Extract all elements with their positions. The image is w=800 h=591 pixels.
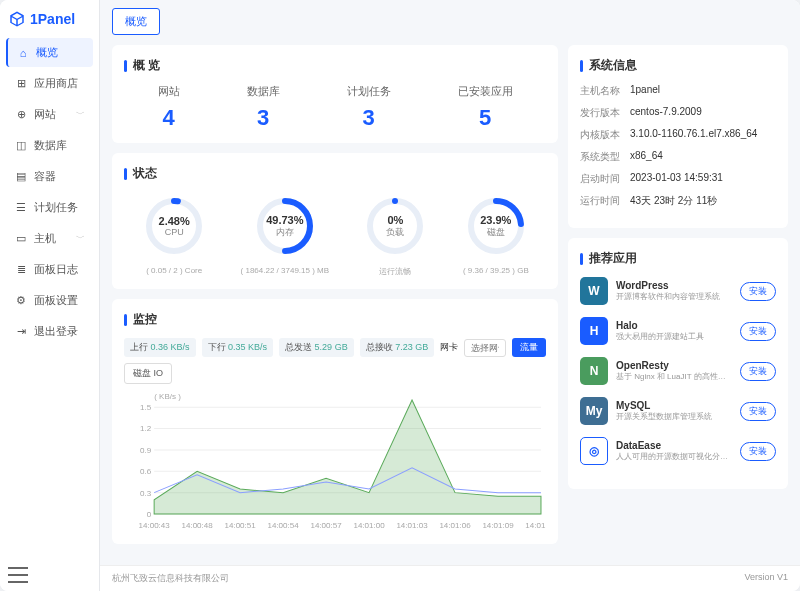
sidebar-footer xyxy=(0,559,99,591)
app-row: H Halo 强大易用的开源建站工具 安装 xyxy=(580,317,776,345)
app-row: ◎ DataEase 人人可用的开源数据可视化分析工具 安装 xyxy=(580,437,776,465)
monitor-card: 监控 上行 0.36 KB/s 下行 0.35 KB/s 总发送 5.29 GB… xyxy=(112,299,558,544)
gauge: 0% 负载 运行流畅 xyxy=(361,192,429,277)
gauge-label: 负载 xyxy=(386,226,404,239)
recommend-title: 推荐应用 xyxy=(580,250,776,267)
logout-icon: ⇥ xyxy=(14,325,28,339)
monitor-chip: 上行 0.36 KB/s xyxy=(124,338,196,357)
info-key: 运行时间 xyxy=(580,194,630,208)
logo-icon xyxy=(8,10,26,28)
info-value: centos-7.9.2009 xyxy=(630,106,702,120)
nav-overview[interactable]: ⌂概览 xyxy=(6,38,93,67)
main: 概览 概 览 网站 4 数据库 3 计划任务 3 已安装应用 5 状态 xyxy=(100,0,800,591)
nav-logout[interactable]: ⇥退出登录 xyxy=(6,317,93,346)
stat-label: 已安装应用 xyxy=(458,84,513,99)
svg-text:14:01:00: 14:01:00 xyxy=(353,521,385,530)
database-icon: ◫ xyxy=(14,139,28,153)
install-button[interactable]: 安装 xyxy=(740,442,776,461)
monitor-chip: 总发送 5.29 GB xyxy=(279,338,354,357)
app-name: OpenResty xyxy=(616,360,732,371)
app-icon: ◎ xyxy=(580,437,608,465)
apps-icon: ⊞ xyxy=(14,77,28,91)
gauge-percent: 2.48% xyxy=(159,215,190,227)
stat-item[interactable]: 计划任务 3 xyxy=(347,84,391,131)
install-button[interactable]: 安装 xyxy=(740,362,776,381)
stat-item[interactable]: 已安装应用 5 xyxy=(458,84,513,131)
app-desc: 人人可用的开源数据可视化分析工具 xyxy=(616,451,732,462)
nav-database[interactable]: ◫数据库 xyxy=(6,131,93,160)
globe-icon: ⊕ xyxy=(14,108,28,122)
app-name: MySQL xyxy=(616,400,732,411)
svg-text:( KB/s ): ( KB/s ) xyxy=(154,392,181,401)
svg-text:1.5: 1.5 xyxy=(140,403,152,412)
info-key: 主机名称 xyxy=(580,84,630,98)
nav-cron[interactable]: ☰计划任务 xyxy=(6,193,93,222)
stat-label: 计划任务 xyxy=(347,84,391,99)
info-row: 启动时间 2023-01-03 14:59:31 xyxy=(580,172,776,186)
overview-card: 概 览 网站 4 数据库 3 计划任务 3 已安装应用 5 xyxy=(112,45,558,143)
nav-website[interactable]: ⊕网站﹀ xyxy=(6,100,93,129)
info-row: 主机名称 1panel xyxy=(580,84,776,98)
svg-text:0: 0 xyxy=(147,510,152,519)
app-row: My MySQL 开源关系型数据库管理系统 安装 xyxy=(580,397,776,425)
overview-title: 概 览 xyxy=(124,57,546,74)
log-icon: ≣ xyxy=(14,263,28,277)
svg-text:0.6: 0.6 xyxy=(140,467,152,476)
nav-container[interactable]: ▤容器 xyxy=(6,162,93,191)
stat-label: 数据库 xyxy=(247,84,280,99)
app-desc: 开源博客软件和内容管理系统 xyxy=(616,291,732,302)
nav-settings[interactable]: ⚙面板设置 xyxy=(6,286,93,315)
gauge-label: 内存 xyxy=(276,226,294,239)
svg-text:14:01:03: 14:01:03 xyxy=(396,521,428,530)
install-button[interactable]: 安装 xyxy=(740,402,776,421)
stat-item[interactable]: 网站 4 xyxy=(158,84,180,131)
install-button[interactable]: 安装 xyxy=(740,322,776,341)
app-name: WordPress xyxy=(616,280,732,291)
gauge-label: CPU xyxy=(165,227,184,237)
nav-host[interactable]: ▭主机﹀ xyxy=(6,224,93,253)
svg-marker-31 xyxy=(154,400,541,514)
app-icon: W xyxy=(580,277,608,305)
stat-value: 3 xyxy=(347,105,391,131)
nav-logs[interactable]: ≣面板日志 xyxy=(6,255,93,284)
footer: 杭州飞致云信息科技有限公司 Version V1 xyxy=(100,565,800,591)
stat-item[interactable]: 数据库 3 xyxy=(247,84,280,131)
svg-text:14:00:48: 14:00:48 xyxy=(182,521,214,530)
logo[interactable]: 1Panel xyxy=(0,0,99,38)
gauge: 49.73% 内存 ( 1864.22 / 3749.15 ) MB xyxy=(241,192,330,277)
svg-text:14:01:06: 14:01:06 xyxy=(439,521,471,530)
nic-select[interactable] xyxy=(464,339,506,357)
app-row: N OpenResty 基于 Nginx 和 LuaJIT 的高性能 Web 平… xyxy=(580,357,776,385)
diskio-button[interactable]: 磁盘 IO xyxy=(124,363,172,384)
monitor-title: 监控 xyxy=(124,311,546,328)
info-key: 启动时间 xyxy=(580,172,630,186)
info-key: 发行版本 xyxy=(580,106,630,120)
monitor-chip: 下行 0.35 KB/s xyxy=(202,338,274,357)
monitor-chip: 总接收 7.23 GB xyxy=(360,338,435,357)
svg-text:14:01:09: 14:01:09 xyxy=(482,521,514,530)
gauge-sub: ( 1864.22 / 3749.15 ) MB xyxy=(241,266,330,275)
sidebar: 1Panel ⌂概览 ⊞应用商店 ⊕网站﹀ ◫数据库 ▤容器 ☰计划任务 ▭主机… xyxy=(0,0,100,591)
info-row: 内核版本 3.10.0-1160.76.1.el7.x86_64 xyxy=(580,128,776,142)
traffic-button[interactable]: 流量 xyxy=(512,338,546,357)
status-title: 状态 xyxy=(124,165,546,182)
gear-icon: ⚙ xyxy=(14,294,28,308)
gauge-percent: 49.73% xyxy=(266,214,303,226)
menu-toggle-icon[interactable] xyxy=(8,567,28,583)
svg-text:1.2: 1.2 xyxy=(140,425,152,434)
svg-text:14:01:12: 14:01:12 xyxy=(525,521,546,530)
gauge-sub: ( 0.05 / 2 ) Core xyxy=(140,266,208,275)
version: Version V1 xyxy=(744,572,788,585)
nav-appstore[interactable]: ⊞应用商店 xyxy=(6,69,93,98)
tab-overview[interactable]: 概览 xyxy=(112,8,160,35)
svg-text:14:00:54: 14:00:54 xyxy=(267,521,299,530)
app-desc: 开源关系型数据库管理系统 xyxy=(616,411,732,422)
stat-value: 5 xyxy=(458,105,513,131)
info-row: 发行版本 centos-7.9.2009 xyxy=(580,106,776,120)
gauge: 2.48% CPU ( 0.05 / 2 ) Core xyxy=(140,192,208,277)
brand-text: 1Panel xyxy=(30,11,75,27)
gauge-sub: 运行流畅 xyxy=(361,266,429,277)
install-button[interactable]: 安装 xyxy=(740,282,776,301)
app-icon: H xyxy=(580,317,608,345)
host-icon: ▭ xyxy=(14,232,28,246)
